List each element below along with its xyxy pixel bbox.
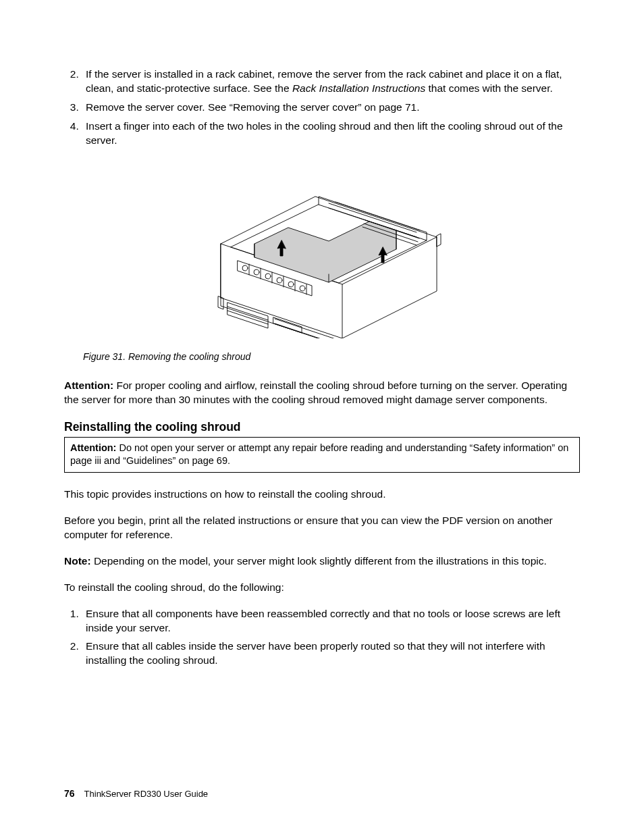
note-text: Depending on the model, your server migh… xyxy=(91,555,547,567)
attention-paragraph: Attention: For proper cooling and airflo… xyxy=(64,379,580,407)
figure-caption: Figure 31. Removing the cooling shroud xyxy=(83,350,580,363)
svg-point-3 xyxy=(277,278,282,283)
server-shroud-illustration xyxy=(194,163,450,338)
attention-label: Attention: xyxy=(64,380,113,391)
svg-point-2 xyxy=(265,273,271,279)
lead-in-paragraph: To reinstall the cooling shroud, do the … xyxy=(64,581,580,595)
svg-point-4 xyxy=(288,282,294,287)
document-title: ThinkServer RD330 User Guide xyxy=(84,789,209,799)
attention-text: For proper cooling and airflow, reinstal… xyxy=(64,380,567,405)
reinstall-step-2: Ensure that all cables inside the server… xyxy=(82,640,580,668)
intro-paragraph: This topic provides instructions on how … xyxy=(64,488,580,502)
svg-point-0 xyxy=(242,265,248,271)
step-2-text-b: that comes with the server. xyxy=(425,82,553,94)
procedure-steps-top: If the server is installed in a rack cab… xyxy=(64,68,580,148)
note-label: Note: xyxy=(64,555,91,567)
step-3: Remove the server cover. See “Removing t… xyxy=(82,101,580,115)
attention-box-text: Do not open your server or attempt any r… xyxy=(70,442,568,467)
before-begin-paragraph: Before you begin, print all the related … xyxy=(64,514,580,542)
attention-box-label: Attention: xyxy=(70,442,116,453)
svg-point-1 xyxy=(254,269,259,275)
section-heading-reinstalling: Reinstalling the cooling shroud xyxy=(64,419,580,436)
procedure-steps-bottom: Ensure that all components have been rea… xyxy=(64,607,580,669)
svg-point-5 xyxy=(300,286,305,291)
step-2-emphasis: Rack Installation Instructions xyxy=(292,82,425,94)
page-footer: 76ThinkServer RD330 User Guide xyxy=(64,787,208,800)
step-2: If the server is installed in a rack cab… xyxy=(82,68,580,96)
page-number: 76 xyxy=(64,788,75,799)
attention-box: Attention: Do not open your server or at… xyxy=(64,437,580,473)
note-paragraph: Note: Depending on the model, your serve… xyxy=(64,554,580,569)
reinstall-step-1: Ensure that all components have been rea… xyxy=(82,607,580,635)
step-4: Insert a finger into each of the two hol… xyxy=(82,120,580,148)
figure-31 xyxy=(64,163,580,342)
